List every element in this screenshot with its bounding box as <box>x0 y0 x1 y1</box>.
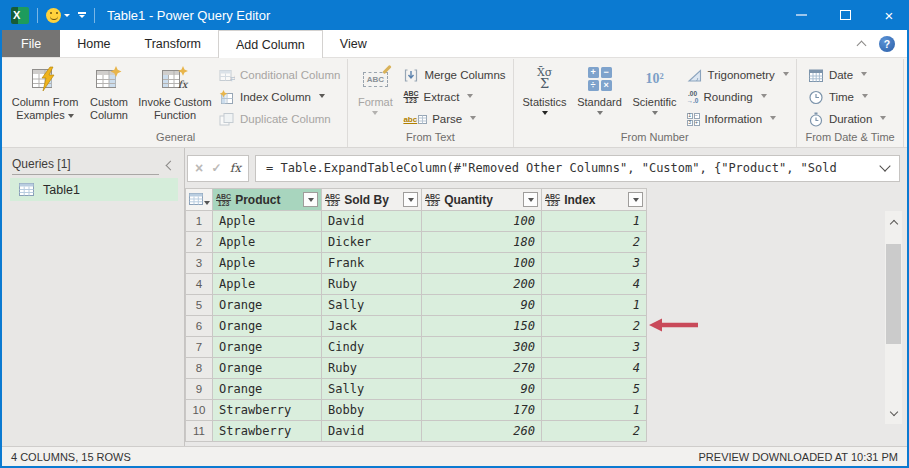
smiley-icon <box>46 8 61 23</box>
scientific-icon: 10² <box>640 64 670 94</box>
editor-pane: × ✓ fx = Table.ExpandTableColumn(#"Remov… <box>185 148 907 446</box>
query-item-label: Table1 <box>43 183 80 197</box>
titlebar-divider <box>37 8 38 23</box>
row-number[interactable]: 6 <box>186 316 213 337</box>
duplicate-column-icon <box>219 112 235 127</box>
formula-input[interactable]: = Table.ExpandTableColumn(#"Removed Othe… <box>255 155 900 182</box>
row-number[interactable]: 11 <box>186 421 213 442</box>
duration-stopwatch-icon <box>808 112 824 127</box>
extract-icon: ABC 123 <box>403 90 418 104</box>
select-all-corner-cell[interactable] <box>186 189 213 211</box>
cancel-formula-icon: × <box>195 161 203 175</box>
dropdown-caret-icon <box>68 114 74 118</box>
time-button[interactable]: Time <box>804 87 890 107</box>
statistics-button[interactable]: X̄σ Σ Statistics <box>517 60 573 130</box>
tab-home[interactable]: Home <box>60 30 127 57</box>
rounding-icon: .00 →.0 <box>687 90 699 105</box>
parse-button[interactable]: abc Parse <box>399 109 509 129</box>
help-icon[interactable]: ? <box>879 36 895 52</box>
formula-text: = Table.ExpandTableColumn(#"Removed Othe… <box>266 161 837 175</box>
fx-icon[interactable]: fx <box>230 162 241 174</box>
table-row: 3 Apple Frank 100 3 <box>186 253 647 274</box>
dropdown-caret-icon <box>372 111 378 115</box>
vertical-scrollbar[interactable] <box>885 211 902 424</box>
rounding-button[interactable]: .00 →.0 Rounding <box>683 87 793 107</box>
column-header-quantity[interactable]: ABC123 Quantity <box>422 189 542 211</box>
date-button[interactable]: Date <box>804 65 890 85</box>
row-number[interactable]: 8 <box>186 358 213 379</box>
text-type-icon: ABC123 <box>545 193 560 207</box>
row-number[interactable]: 4 <box>186 274 213 295</box>
dropdown-caret-icon <box>319 94 325 98</box>
column-from-examples-button[interactable]: Column From Examples <box>7 60 83 130</box>
time-clock-icon <box>808 90 824 105</box>
merge-columns-button[interactable]: Merge Columns <box>399 65 509 85</box>
filter-button-index[interactable] <box>628 192 643 207</box>
dropdown-caret-icon <box>467 94 473 98</box>
table-corner-icon <box>189 193 203 205</box>
tab-view[interactable]: View <box>323 30 384 57</box>
table-row: 11 Strawberry David 260 2 <box>186 421 647 442</box>
content-area: Queries [1] Table1 × ✓ fx <box>2 148 907 446</box>
table-row: 2 Apple Dicker 180 2 <box>186 232 647 253</box>
tab-transform[interactable]: Transform <box>128 30 219 57</box>
excel-app-icon[interactable]: X <box>11 7 29 24</box>
dropdown-caret-icon <box>880 116 886 120</box>
group-label-from-number: From Number <box>517 130 793 147</box>
duplicate-column-button: Duplicate Column <box>215 109 344 129</box>
titlebar: X Table1 - Power Query Editor × <box>2 0 907 30</box>
queries-pane: Queries [1] Table1 <box>2 148 185 446</box>
tab-file[interactable]: File <box>2 30 60 57</box>
information-button[interactable]: 1 − 3 + Information <box>683 109 793 129</box>
extract-button[interactable]: ABC 123 Extract <box>399 87 509 107</box>
scroll-down-button[interactable] <box>885 402 902 424</box>
query-table-icon <box>19 183 34 196</box>
smiley-caret-icon <box>64 14 70 17</box>
trigonometry-button[interactable]: Trigonometry <box>683 65 793 85</box>
filter-button-quantity[interactable] <box>523 192 538 207</box>
power-query-editor-window: X Table1 - Power Query Editor × File Hom… <box>0 0 909 468</box>
ribbon-group-from-date-time: Date Time <box>797 59 904 147</box>
standard-button[interactable]: + − ÷ × Standard <box>573 60 627 130</box>
status-preview-time: PREVIEW DOWNLOADED AT 10:31 PM <box>699 451 898 463</box>
column-header-sold-by[interactable]: ABC123 Sold By <box>322 189 422 211</box>
information-icon: 1 − 3 + <box>687 113 700 126</box>
collapse-ribbon-icon[interactable] <box>857 40 867 50</box>
column-header-index[interactable]: ABC123 Index <box>542 189 647 211</box>
text-type-icon: ABC123 <box>425 193 440 207</box>
collapse-pane-icon[interactable] <box>166 160 176 170</box>
maximize-button[interactable] <box>827 0 863 30</box>
scientific-button[interactable]: 10² Scientific <box>627 60 683 130</box>
feedback-smiley-button[interactable] <box>46 8 70 23</box>
svg-text:fx: fx <box>178 79 189 90</box>
tab-add-column[interactable]: Add Column <box>218 30 323 58</box>
query-item-table1[interactable]: Table1 <box>10 178 178 201</box>
ribbon-group-from-number: X̄σ Σ Statistics + − ÷ × <box>514 59 797 147</box>
quick-access-toolbar-dropdown[interactable] <box>78 12 86 18</box>
close-button[interactable]: × <box>871 0 907 30</box>
filter-button-sold-by[interactable] <box>403 192 418 207</box>
filter-button-product[interactable] <box>303 192 318 207</box>
row-number[interactable]: 7 <box>186 337 213 358</box>
custom-column-button[interactable]: Custom Column <box>83 60 135 130</box>
index-column-button[interactable]: Index Column <box>215 87 344 107</box>
table-row: 10 Strawberry Bobby 170 1 <box>186 400 647 421</box>
duration-button[interactable]: Duration <box>804 109 890 129</box>
invoke-custom-function-button[interactable]: fx Invoke Custom Function <box>135 60 215 130</box>
row-number[interactable]: 9 <box>186 379 213 400</box>
row-number[interactable]: 1 <box>186 211 213 232</box>
dropdown-caret-icon <box>652 111 658 115</box>
dropdown-caret-icon <box>597 111 603 115</box>
scroll-up-button[interactable] <box>885 211 902 233</box>
minimize-button[interactable] <box>783 0 819 30</box>
expand-formula-bar-icon[interactable] <box>879 160 890 171</box>
row-number[interactable]: 10 <box>186 400 213 421</box>
row-number[interactable]: 3 <box>186 253 213 274</box>
column-header-product[interactable]: ABC123 Product <box>213 189 322 211</box>
row-number[interactable]: 2 <box>186 232 213 253</box>
scrollbar-thumb[interactable] <box>886 244 901 344</box>
table-row: 7 Orange Cindy 300 3 <box>186 337 647 358</box>
minimize-icon <box>796 14 807 16</box>
row-number[interactable]: 5 <box>186 295 213 316</box>
data-preview-table: ABC123 Product ABC123 Sold <box>185 188 647 442</box>
